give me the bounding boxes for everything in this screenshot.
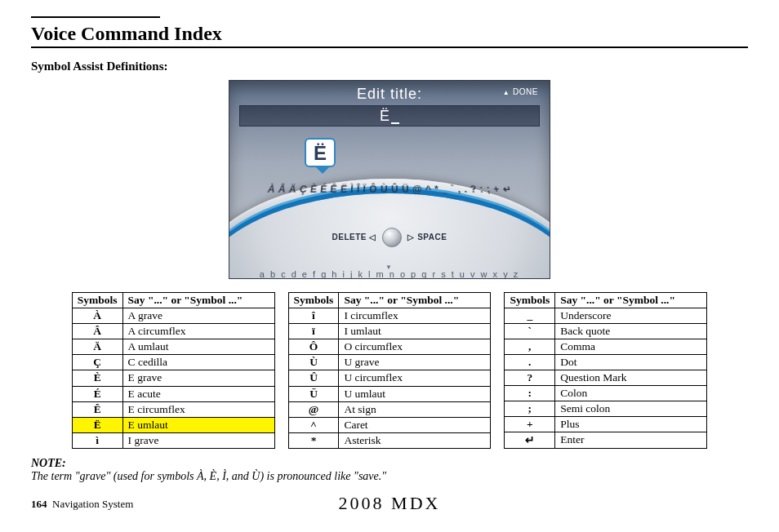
table-row: ,Comma [505, 339, 707, 355]
symbol-cell: Û [288, 370, 339, 386]
say-cell: Plus [555, 417, 707, 432]
symbol-tables: Symbols Say "..." or "Symbol ..." ÀA gra… [31, 292, 748, 449]
table-row: ^Caret [288, 417, 491, 432]
table2-body: îI circumflexïI umlautÔO circumflexÙU gr… [288, 308, 491, 449]
symbol-cell: ↵ [505, 432, 555, 449]
selection-bubble: Ë [305, 138, 336, 167]
th-say: Say "..." or "Symbol ..." [339, 293, 491, 308]
character-arc[interactable]: À Â Ä Ç È É Ê Ë Ì Î Ï Ô Ù Û Ü @ ^ * _ ` … [229, 184, 550, 194]
table-row: .Dot [505, 355, 707, 370]
th-symbols: Symbols [505, 293, 555, 308]
table-row: :Colon [505, 386, 707, 401]
space-button[interactable]: ▷ SPACE [407, 233, 447, 242]
say-cell: At sign [339, 401, 491, 417]
symbol-cell: î [288, 308, 339, 324]
symbol-cell: . [505, 355, 555, 370]
say-cell: E grave [122, 370, 274, 386]
symbol-cell: ï [288, 324, 339, 339]
table-row: ËE umlaut [72, 417, 274, 432]
commander-knob[interactable] [382, 228, 402, 247]
say-cell: Semi colon [555, 401, 707, 417]
done-label: DONE [513, 87, 538, 96]
title-rule [31, 47, 748, 48]
say-cell: O circumflex [339, 339, 491, 355]
say-cell: I grave [122, 432, 274, 448]
say-cell: A umlaut [122, 339, 274, 355]
say-cell: U circumflex [339, 370, 491, 386]
symbol-cell: Ù [288, 355, 339, 370]
text-cursor [391, 122, 399, 124]
th-symbols: Symbols [288, 293, 339, 308]
say-cell: U umlaut [339, 386, 491, 401]
table-row: *Asterisk [288, 432, 491, 448]
done-button[interactable]: DONE [503, 87, 538, 96]
note: NOTE: The term "grave" (used for symbols… [31, 457, 748, 483]
nav-screenshot: Edit title: DONE Ë Ë À Â Ä Ç È É Ê Ë Ì Î… [229, 80, 550, 279]
say-cell: U grave [339, 355, 491, 370]
say-cell: E circumflex [122, 401, 274, 417]
table-row: ÂA circumflex [72, 324, 274, 339]
alpha-strip[interactable]: a b c d e f g h i j k l m n o p q r s t … [229, 264, 550, 279]
table-row: îI circumflex [288, 308, 491, 324]
th-say: Say "..." or "Symbol ..." [122, 293, 274, 308]
table-row: ÜU umlaut [288, 386, 491, 401]
say-cell: A circumflex [122, 324, 274, 339]
say-cell: Enter [555, 432, 707, 449]
table-row: ïI umlaut [288, 324, 491, 339]
say-cell: Underscore [555, 308, 707, 324]
symbol-cell: Ü [288, 386, 339, 401]
symbol-table-2: Symbols Say "..." or "Symbol ..." îI cir… [288, 292, 492, 449]
edit-title-input[interactable]: Ë [239, 105, 540, 126]
say-cell: E acute [122, 386, 274, 401]
symbol-cell: Ê [72, 401, 122, 417]
symbol-cell: È [72, 370, 122, 386]
top-rule [31, 16, 160, 18]
say-cell: I circumflex [339, 308, 491, 324]
table-row: ÉE acute [72, 386, 274, 401]
symbol-cell: É [72, 386, 122, 401]
say-cell: Caret [339, 417, 491, 432]
table-row: ;Semi colon [505, 401, 707, 417]
table-row: ÄA umlaut [72, 339, 274, 355]
symbol-cell: _ [505, 308, 555, 324]
table1-body: ÀA graveÂA circumflexÄA umlautÇC cedilla… [72, 308, 274, 449]
say-cell: C cedilla [122, 355, 274, 370]
table-row: ÔO circumflex [288, 339, 491, 355]
symbol-table-3: Symbols Say "..." or "Symbol ..." _Under… [504, 292, 707, 449]
symbol-cell: Ë [72, 417, 122, 432]
symbol-cell: + [505, 417, 555, 432]
table-row: ÀA grave [72, 308, 274, 324]
say-cell: Back quote [555, 324, 707, 339]
symbol-cell: Ô [288, 339, 339, 355]
symbol-cell: ` [505, 324, 555, 339]
table-row: `Back quote [505, 324, 707, 339]
page-title: Voice Command Index [31, 23, 748, 45]
say-cell: Asterisk [339, 432, 491, 448]
symbol-cell: ì [72, 432, 122, 448]
screen-title: Edit title: [229, 86, 550, 103]
symbol-table-1: Symbols Say "..." or "Symbol ..." ÀA gra… [72, 292, 275, 449]
table-row: ÊE circumflex [72, 401, 274, 417]
table-row: _Underscore [505, 308, 707, 324]
table-row: ÇC cedilla [72, 355, 274, 370]
note-body: The term "grave" (used for symbols À, È,… [31, 470, 386, 482]
say-cell: A grave [122, 308, 274, 324]
table-row: ÈE grave [72, 370, 274, 386]
delete-button[interactable]: DELETE ◁ [332, 233, 376, 242]
symbol-cell: Ä [72, 339, 122, 355]
table-row: +Plus [505, 417, 707, 432]
table-row: ?Question Mark [505, 370, 707, 386]
table-row: ÛU circumflex [288, 370, 491, 386]
say-cell: I umlaut [339, 324, 491, 339]
symbol-cell: ? [505, 370, 555, 386]
table-row: @At sign [288, 401, 491, 417]
table3-body: _Underscore`Back quote,Comma.Dot?Questio… [505, 308, 707, 449]
symbol-cell: : [505, 386, 555, 401]
note-label: NOTE: [31, 457, 66, 469]
symbol-cell: * [288, 432, 339, 448]
symbol-cell: À [72, 308, 122, 324]
symbol-cell: ^ [288, 417, 339, 432]
say-cell: Dot [555, 355, 707, 370]
symbol-cell: , [505, 339, 555, 355]
footer-model: 2008 MDX [0, 493, 779, 514]
